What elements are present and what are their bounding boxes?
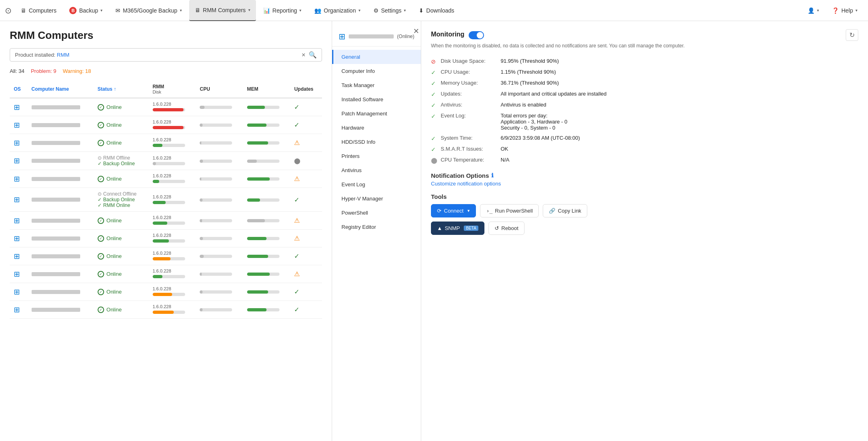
monitoring-refresh-button[interactable]: ↻	[846, 29, 858, 41]
nav-item-downloads[interactable]: ⬇ Downloads	[413, 0, 460, 21]
col-mem[interactable]: MEM	[243, 81, 290, 98]
table-row[interactable]: ⊞ Online 1.6.0.228 ✓	[10, 283, 322, 301]
table-row[interactable]: ⊞ Online 1.6.0.228 ⚠	[10, 265, 322, 283]
col-os[interactable]: OS	[10, 81, 28, 98]
table-row[interactable]: ⊞ Online 1.6.0.228 ⚠	[10, 230, 322, 247]
mem-progress	[247, 237, 279, 240]
version-label: 1.6.0.228	[153, 233, 192, 238]
tools-title: Tools	[431, 193, 858, 200]
connect-button[interactable]: ⟳ Connect ▾	[431, 204, 476, 217]
filter-clear-button[interactable]: ×	[302, 51, 305, 59]
reboot-button[interactable]: ↺ Reboot	[488, 222, 525, 235]
help-icon: ❓	[832, 7, 839, 14]
sidebar-item-hyper-v[interactable]: Hyper-V Manager	[332, 192, 421, 206]
metric-value: 1.15% (Threshold 90%)	[501, 69, 556, 75]
sidebar-item-printers[interactable]: Printers	[332, 149, 421, 163]
nav-item-m365[interactable]: ✉ M365/Google Backup ▾	[110, 0, 188, 21]
stats-warning[interactable]: Warning: 18	[63, 68, 91, 74]
table-row[interactable]: ⊞ Online 1.6.0.228 ⚠	[10, 134, 322, 152]
sidebar-item-registry-editor[interactable]: Registry Editor	[332, 220, 421, 234]
metric-value-line: Application - 3, Hardware - 0	[501, 119, 858, 125]
nav-item-computers[interactable]: 🖥 Computers	[15, 0, 62, 21]
nav-item-help[interactable]: ❓ Help ▾	[826, 0, 863, 21]
close-panel-button[interactable]: ✕	[410, 25, 421, 37]
disk-progress	[153, 162, 185, 165]
cpu-progress	[200, 273, 232, 276]
col-updates[interactable]: Updates	[290, 81, 322, 98]
sidebar-item-general[interactable]: General	[332, 50, 421, 64]
computer-name-cell	[32, 272, 80, 276]
os-windows-icon: ⊞	[14, 306, 20, 314]
col-rmm[interactable]: RMM Disk	[149, 81, 196, 98]
metric-row: ✓ Event Log: Total errors per day:Applic…	[431, 111, 858, 133]
tools-buttons: ⟳ Connect ▾ ›_ Run PowerShell 🔗 Copy Lin…	[431, 204, 858, 217]
metric-ok-icon: ✓	[431, 102, 437, 109]
sidebar-item-task-manager[interactable]: Task Manager	[332, 78, 421, 92]
version-label: 1.6.0.228	[153, 286, 192, 291]
col-status[interactable]: Status ↑	[94, 81, 149, 98]
cpu-progress	[200, 255, 232, 258]
table-row[interactable]: ⊞ Online 1.6.0.228 ✓	[10, 116, 322, 134]
os-windows-icon: ⊞	[14, 139, 20, 147]
snmp-button[interactable]: ▲ SNMP BETA	[431, 222, 484, 235]
cpu-progress	[200, 160, 232, 163]
computer-name-cell	[32, 254, 80, 258]
filter-value[interactable]: RMM	[57, 52, 69, 58]
sidebar-item-hdd-ssd-info[interactable]: HDD/SSD Info	[332, 135, 421, 149]
metric-row: ⊘ Disk Usage Space: 91.95% (Threshold 90…	[431, 56, 858, 67]
computer-name-blurred	[349, 34, 394, 38]
nav-item-user[interactable]: 👤 ▾	[802, 0, 825, 21]
disk-progress	[153, 201, 185, 204]
os-windows-icon: ⊞	[14, 175, 20, 183]
table-row[interactable]: ⊞ ⊙ Connect Offline ✓ Backup Online ✓ RM…	[10, 188, 322, 212]
disk-progress	[153, 222, 185, 225]
sidebar-menu: GeneralComputer InfoTask ManagerInstalle…	[332, 50, 421, 234]
sidebar-item-installed-software[interactable]: Installed Software	[332, 92, 421, 107]
table-row[interactable]: ⊞ ⊙ RMM Offline ✓ Backup Online 1.6.0.22…	[10, 152, 322, 170]
computer-name-cell	[32, 141, 80, 145]
version-label: 1.6.0.228	[153, 173, 192, 178]
user-dropdown-arrow: ▾	[817, 8, 819, 13]
update-check-icon: ✓	[294, 306, 299, 313]
sidebar-item-powershell[interactable]: PowerShell	[332, 206, 421, 220]
nav-item-rmm[interactable]: 🖥 RMM Computers ▾	[189, 0, 256, 21]
nav-item-organization[interactable]: 👥 Organization ▾	[309, 0, 366, 21]
col-cpu[interactable]: CPU	[196, 81, 243, 98]
col-name[interactable]: Computer Name	[28, 81, 94, 98]
metric-ok-icon: ✓	[431, 113, 437, 119]
sidebar-item-event-log[interactable]: Event Log	[332, 177, 421, 192]
metric-ok-icon: ✓	[431, 135, 437, 142]
monitoring-toggle[interactable]	[469, 31, 484, 39]
nav-item-reporting[interactable]: 📊 Reporting ▾	[258, 0, 307, 21]
online-icon	[98, 289, 104, 295]
sidebar-item-patch-management[interactable]: Patch Management	[332, 107, 421, 121]
table-row[interactable]: ⊞ Online 1.6.0.228 ✓	[10, 301, 322, 319]
powershell-icon: ›_	[486, 208, 493, 214]
table-row[interactable]: ⊞ Online 1.6.0.228 ⚠	[10, 170, 322, 188]
sidebar-item-hardware[interactable]: Hardware	[332, 121, 421, 135]
customize-notification-link[interactable]: Customize notification options	[431, 181, 501, 187]
copy-link-icon: 🔗	[549, 208, 555, 214]
table-row[interactable]: ⊞ Online 1.6.0.228 ✓	[10, 247, 322, 265]
user-icon: 👤	[808, 7, 815, 14]
left-panel: RMM Computers Product installed: RMM × 🔍…	[0, 21, 332, 441]
metric-value-container: 6/9/2023 3:59:08 AM (UTC-08:00)	[501, 135, 858, 141]
metric-value: 6/9/2023 3:59:08 AM (UTC-08:00)	[501, 135, 580, 141]
m365-icon: ✉	[115, 7, 120, 14]
metric-label: CPU Usage:	[441, 69, 497, 75]
metric-value-container: N/A	[501, 157, 858, 163]
run-powershell-button[interactable]: ›_ Run PowerShell	[480, 204, 539, 217]
sidebar-item-computer-info[interactable]: Computer Info	[332, 64, 421, 78]
filter-search-button[interactable]: 🔍	[309, 51, 317, 59]
metric-label: CPU Temperature:	[441, 157, 497, 163]
metric-row: ✓ Updates: All important and critical up…	[431, 89, 858, 100]
nav-item-backup[interactable]: B Backup ▾	[64, 0, 108, 21]
mem-progress	[247, 177, 279, 181]
table-row[interactable]: ⊞ Online 1.6.0.228 ⚠	[10, 212, 322, 230]
detail-area: Monitoring ↻ When the monitoring is disa…	[421, 21, 868, 441]
nav-item-settings[interactable]: ⚙ Settings ▾	[368, 0, 412, 21]
stats-problem[interactable]: Problem: 9	[31, 68, 56, 74]
copy-link-button[interactable]: 🔗 Copy Link	[543, 204, 587, 217]
table-row[interactable]: ⊞ Online 1.6.0.228 ✓	[10, 98, 322, 116]
sidebar-item-antivirus[interactable]: Antivirus	[332, 163, 421, 177]
